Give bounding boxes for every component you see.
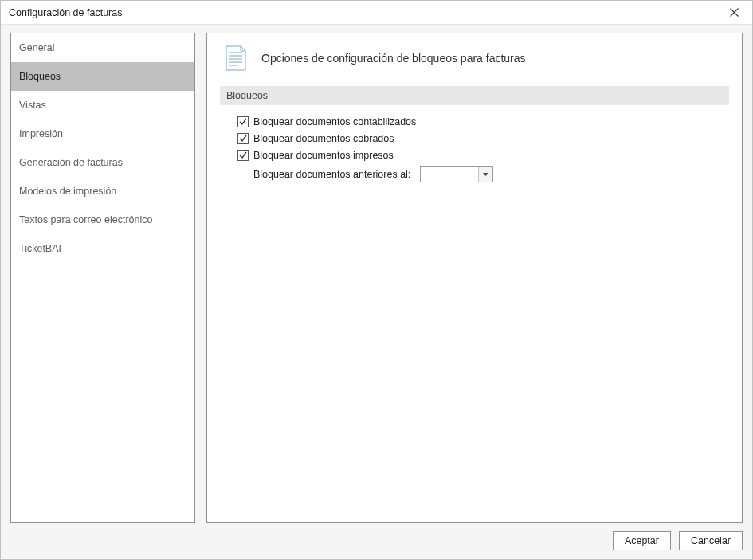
sidebar-item-textos-correo[interactable]: Textos para correo electrónico	[11, 206, 194, 234]
checkbox-bloquear-cobrados[interactable]: Bloquear documentos cobrados	[237, 130, 729, 147]
close-button[interactable]	[716, 1, 752, 25]
sidebar-item-label: Vistas	[19, 100, 46, 111]
titlebar: Configuración de facturas	[1, 1, 752, 25]
document-icon	[225, 45, 247, 72]
sidebar-item-modelos-impresion[interactable]: Modelos de impresión	[11, 177, 194, 206]
sidebar-item-label: Impresión	[19, 128, 63, 139]
sidebar-item-impresion[interactable]: Impresión	[11, 119, 194, 148]
main-title: Opciones de configuración de bloqueos pa…	[261, 52, 526, 65]
checkbox-bloquear-impresos[interactable]: Bloquear documentos impresos	[237, 147, 729, 163]
dialog-window: Configuración de facturas General Bloque…	[0, 0, 753, 560]
checkbox-icon	[237, 133, 249, 144]
sidebar-item-label: Generación de facturas	[19, 157, 123, 168]
checkbox-bloquear-contabilizados[interactable]: Bloquear documentos contabilizados	[237, 113, 729, 130]
close-icon	[730, 8, 739, 17]
sidebar: General Bloqueos Vistas Impresión Genera…	[10, 33, 195, 523]
section-header: Bloqueos	[220, 86, 729, 105]
sidebar-item-general[interactable]: General	[11, 33, 194, 62]
checkbox-label: Bloquear documentos contabilizados	[253, 116, 416, 127]
window-title: Configuración de facturas	[9, 7, 716, 18]
sidebar-item-label: TicketBAI	[19, 243, 61, 254]
sidebar-item-generacion-facturas[interactable]: Generación de facturas	[11, 148, 194, 177]
checkbox-icon	[237, 116, 249, 127]
sidebar-item-label: Textos para correo electrónico	[19, 214, 152, 225]
cancel-button[interactable]: Cancelar	[679, 531, 743, 550]
main-header: Opciones de configuración de bloqueos pa…	[220, 45, 729, 72]
checkbox-label: Bloquear documentos cobrados	[253, 133, 394, 144]
checkbox-label: Bloquear documentos impresos	[253, 150, 394, 161]
date-label: Bloquear documentos anteriores al:	[237, 169, 410, 180]
sidebar-item-label: General	[19, 42, 54, 53]
sidebar-item-label: Modelos de impresión	[19, 186, 116, 197]
sidebar-item-ticketbai[interactable]: TicketBAI	[11, 234, 194, 263]
chevron-down-icon	[483, 173, 488, 176]
date-row: Bloquear documentos anteriores al:	[237, 165, 729, 184]
button-label: Aceptar	[625, 535, 659, 546]
checkbox-icon	[237, 150, 249, 161]
sidebar-item-bloqueos[interactable]: Bloqueos	[11, 62, 194, 91]
dialog-body: General Bloqueos Vistas Impresión Genera…	[1, 25, 752, 559]
sidebar-item-vistas[interactable]: Vistas	[11, 91, 194, 119]
date-picker[interactable]	[420, 166, 493, 182]
sidebar-item-label: Bloqueos	[19, 71, 61, 82]
date-picker-value	[421, 167, 478, 182]
date-picker-dropdown-button[interactable]	[478, 167, 492, 182]
dialog-footer: Aceptar Cancelar	[10, 523, 743, 553]
options-group: Bloquear documentos contabilizados Bloqu…	[220, 113, 729, 184]
accept-button[interactable]: Aceptar	[613, 531, 671, 550]
main-panel: Opciones de configuración de bloqueos pa…	[206, 33, 743, 523]
button-label: Cancelar	[691, 535, 731, 546]
panels: General Bloqueos Vistas Impresión Genera…	[10, 33, 743, 523]
